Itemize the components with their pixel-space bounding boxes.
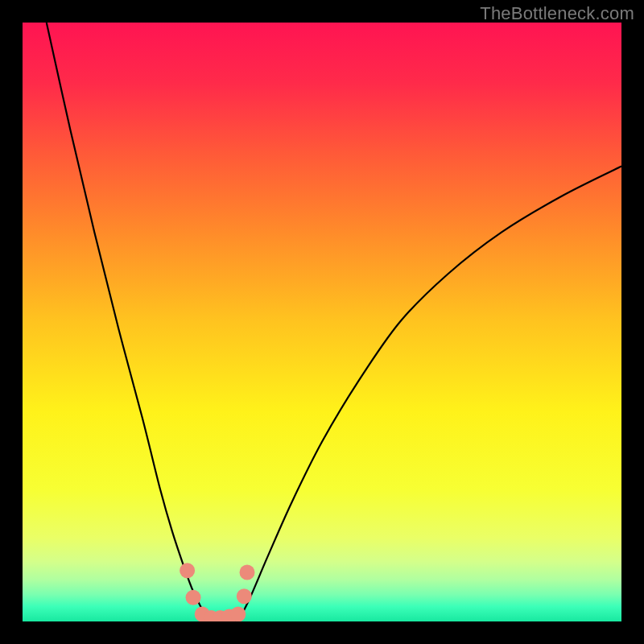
dip-marker bbox=[180, 563, 195, 578]
gradient-background bbox=[23, 23, 621, 621]
dip-marker bbox=[186, 590, 201, 605]
dip-marker bbox=[237, 588, 252, 604]
watermark-text: TheBottleneck.com bbox=[480, 3, 634, 24]
dip-marker bbox=[230, 607, 246, 621]
chart-frame bbox=[23, 23, 621, 621]
plot-area bbox=[23, 23, 621, 621]
dip-marker bbox=[240, 564, 255, 580]
chart-svg bbox=[23, 23, 621, 621]
